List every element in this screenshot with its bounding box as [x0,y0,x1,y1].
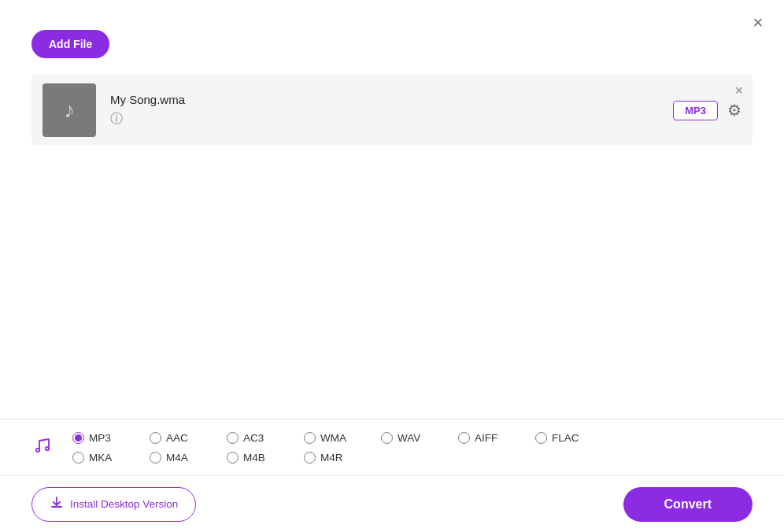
format-option-ac3[interactable]: AC3 [227,432,282,444]
format-radio-mp3[interactable] [72,432,84,444]
format-radio-wma[interactable] [304,432,316,444]
format-options: MP3AACAC3WMAWAVAIFFFLAC MKAM4AM4BM4R [72,432,590,464]
music-note-icon: ♪ [64,98,75,123]
format-option-wma[interactable]: WMA [304,432,359,444]
format-label-m4r: M4R [320,452,343,464]
svg-point-0 [36,449,39,452]
format-option-flac[interactable]: FLAC [535,432,590,444]
format-label-aac: AAC [166,432,188,444]
format-selector-panel: MP3AACAC3WMAWAVAIFFFLAC MKAM4AM4BM4R [0,419,784,475]
format-option-aac[interactable]: AAC [150,432,205,444]
install-desktop-button[interactable]: Install Desktop Version [31,487,196,522]
format-radio-flac[interactable] [535,432,547,444]
info-icon[interactable]: ⓘ [110,112,123,125]
format-label-mka: MKA [89,452,112,464]
format-radio-aac[interactable] [150,432,161,444]
file-info: My Song.wma ⓘ [96,93,673,127]
file-actions: MP3 ⚙ [673,101,741,120]
format-label-m4a: M4A [166,452,188,464]
format-radio-aiff[interactable] [458,432,470,444]
format-label-flac: FLAC [552,432,579,444]
format-label-m4b: M4B [243,452,265,464]
convert-button[interactable]: Convert [623,487,753,522]
footer-bar: Install Desktop Version Convert [0,475,784,532]
file-card: ♪ My Song.wma ⓘ MP3 ⚙ × [31,75,753,146]
format-radio-wav[interactable] [381,432,393,444]
format-label-mp3: MP3 [89,432,111,444]
format-option-aiff[interactable]: AIFF [458,432,513,444]
format-option-wav[interactable]: WAV [381,432,436,444]
format-label-wma: WMA [320,432,346,444]
download-icon [50,496,64,513]
gear-icon: ⚙ [727,101,741,120]
close-icon: × [734,83,743,98]
add-file-button[interactable]: Add File [31,30,109,58]
file-list-area: ♪ My Song.wma ⓘ MP3 ⚙ × [31,75,753,406]
format-badge-button[interactable]: MP3 [673,101,718,120]
install-label: Install Desktop Version [70,498,178,510]
format-label-ac3: AC3 [243,432,264,444]
file-name: My Song.wma [110,93,673,106]
settings-button[interactable]: ⚙ [727,101,741,120]
format-radio-ac3[interactable] [227,432,239,444]
format-option-mp3[interactable]: MP3 [72,432,128,444]
music-format-icon [31,434,54,461]
svg-point-1 [46,447,49,450]
app-close-button[interactable]: × [746,11,770,35]
format-radio-m4r[interactable] [304,452,316,464]
format-radio-m4a[interactable] [150,452,161,464]
close-icon: × [753,13,764,33]
format-row-2: MKAM4AM4BM4R [72,452,590,464]
file-card-close-button[interactable]: × [734,83,743,99]
format-radio-m4b[interactable] [227,452,239,464]
format-option-m4a[interactable]: M4A [150,452,205,464]
format-row-1: MP3AACAC3WMAWAVAIFFFLAC [72,432,590,444]
format-label-aiff: AIFF [475,432,497,444]
format-option-mka[interactable]: MKA [72,452,128,464]
format-option-m4r[interactable]: M4R [304,452,359,464]
format-radio-mka[interactable] [72,452,84,464]
format-label-wav: WAV [398,432,420,444]
format-option-m4b[interactable]: M4B [227,452,282,464]
file-thumbnail: ♪ [43,83,96,137]
